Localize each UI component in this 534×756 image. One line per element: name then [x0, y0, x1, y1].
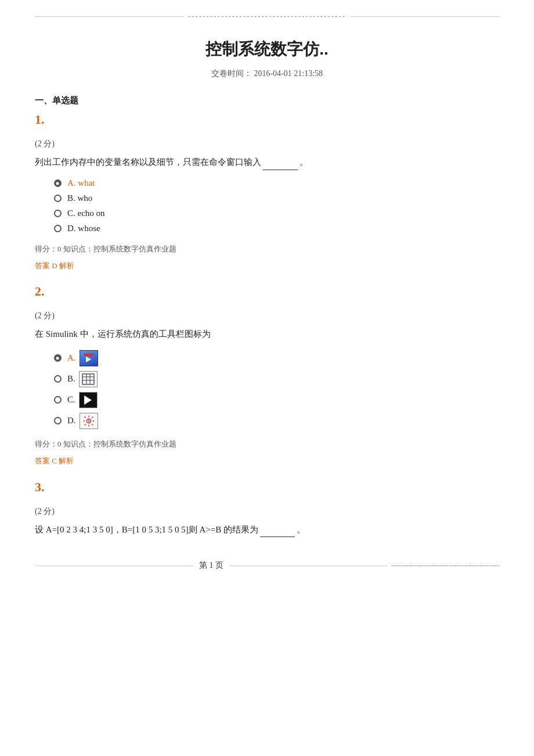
radio-1-a[interactable] — [52, 178, 63, 189]
option-label-1-b: B. who — [67, 193, 92, 203]
submit-time: 交卷时间： 2016-04-01 21:13:58 — [35, 69, 499, 79]
radio-empty-icon — [54, 195, 62, 202]
table-icon-b — [79, 371, 98, 387]
option-1-b[interactable]: B. who — [52, 193, 499, 204]
radio-1-c[interactable] — [52, 208, 63, 219]
radio-1-d[interactable] — [52, 224, 63, 234]
question-2-options: A. B. — [52, 350, 499, 429]
question-1-number: 1. — [35, 112, 499, 127]
radio-2-c[interactable] — [52, 395, 63, 405]
blank-1 — [263, 170, 298, 170]
gear-icon-d — [80, 413, 98, 429]
blank-3 — [260, 537, 295, 537]
radio-2-b[interactable] — [52, 374, 63, 384]
top-dashes: ----------------------------------------… — [183, 12, 351, 21]
svg-line-13 — [92, 416, 93, 417]
play-triangle-icon — [84, 395, 92, 405]
gear-svg — [82, 415, 95, 427]
option-label-1-d: D. whose — [67, 224, 100, 233]
option-2-d[interactable]: D. — [52, 413, 499, 429]
footer: 第 1 页 ----------------------------------… — [35, 560, 499, 571]
section-title: 一、单选题 — [35, 95, 499, 106]
radio-empty-icon — [54, 396, 62, 404]
question-1-score-result: 得分：0 知识点：控制系统数字仿真作业题 — [35, 242, 499, 255]
option-label-2-b: B. — [67, 374, 75, 384]
question-1-score: (2 分) — [35, 139, 499, 149]
question-2-text: 在 Simulink 中，运行系统仿真的工具栏图标为 — [35, 327, 499, 342]
play-icon-c — [79, 392, 98, 408]
run-icon-bar — [84, 354, 93, 356]
page-label: 第 1 页 — [193, 560, 229, 571]
page-title: 控制系统数字仿.. — [35, 38, 499, 60]
play-arrow-icon — [86, 357, 91, 362]
question-2-number: 2. — [35, 284, 499, 299]
radio-empty-icon — [54, 375, 62, 383]
svg-line-12 — [92, 424, 93, 425]
option-2-b[interactable]: B. — [52, 371, 499, 387]
svg-line-11 — [84, 416, 85, 417]
submit-time-value: 2016-04-01 21:13:58 — [254, 69, 323, 78]
question-1-text: 列出工作内存中的变量名称以及细节，只需在命令窗口输入。 — [35, 155, 499, 170]
option-2-a[interactable]: A. — [52, 350, 499, 366]
top-border: ----------------------------------------… — [35, 12, 499, 21]
question-3-text: 设 A=[0 2 3 4;1 3 5 0]，B=[1 0 5 3;1 5 0 5… — [35, 523, 499, 538]
question-1-options: A. what B. who C. echo on D. whose — [52, 178, 499, 234]
question-2-answer: 答案 C 解析 — [35, 454, 499, 467]
question-2: 2. (2 分) 在 Simulink 中，运行系统仿真的工具栏图标为 A. — [35, 284, 499, 467]
run-icon-inner — [80, 351, 98, 366]
option-1-d[interactable]: D. whose — [52, 224, 499, 234]
top-line-right — [351, 16, 499, 17]
footer-line-left — [35, 566, 193, 566]
question-2-score-result: 得分：0 知识点：控制系统数字仿真作业题 — [35, 437, 499, 451]
page-wrapper: ----------------------------------------… — [0, 0, 534, 594]
question-1-answer: 答案 D 解析 — [35, 259, 499, 272]
answer-link-1[interactable]: 答案 D 解析 — [35, 261, 74, 270]
svg-line-14 — [84, 424, 85, 425]
question-3: 3. (2 分) 设 A=[0 2 3 4;1 3 5 0]，B=[1 0 5 … — [35, 480, 499, 538]
option-label-2-d: D. — [67, 416, 76, 426]
footer-dashes: ----------------------------------------… — [388, 561, 499, 570]
table-svg — [82, 373, 95, 385]
footer-line-right — [229, 566, 388, 566]
option-label-2-c: C. — [67, 395, 75, 405]
question-1: 1. (2 分) 列出工作内存中的变量名称以及细节，只需在命令窗口输入。 A. … — [35, 112, 499, 272]
option-1-a[interactable]: A. what — [52, 178, 499, 189]
radio-filled-icon — [54, 354, 62, 362]
submit-time-label: 交卷时间： — [211, 69, 252, 78]
radio-empty-icon — [54, 210, 62, 217]
radio-empty-icon — [54, 417, 62, 424]
radio-filled-icon — [54, 179, 62, 187]
option-label-1-c: C. echo on — [67, 208, 105, 218]
run-icon-a — [80, 350, 98, 366]
question-2-score: (2 分) — [35, 311, 499, 321]
option-2-c[interactable]: C. — [52, 392, 499, 408]
question-3-score: (2 分) — [35, 506, 499, 517]
option-label-2-a: A. — [67, 353, 76, 363]
option-label-1-a: A. what — [67, 178, 95, 188]
top-line-left — [35, 16, 183, 17]
radio-1-b[interactable] — [52, 193, 63, 204]
option-1-c[interactable]: C. echo on — [52, 208, 499, 219]
radio-2-d[interactable] — [52, 416, 63, 426]
question-3-number: 3. — [35, 480, 499, 495]
answer-link-2[interactable]: 答案 C 解析 — [35, 456, 74, 465]
radio-2-a[interactable] — [52, 353, 63, 363]
radio-empty-icon — [54, 225, 62, 232]
svg-point-6 — [88, 420, 89, 422]
svg-rect-0 — [82, 374, 94, 384]
